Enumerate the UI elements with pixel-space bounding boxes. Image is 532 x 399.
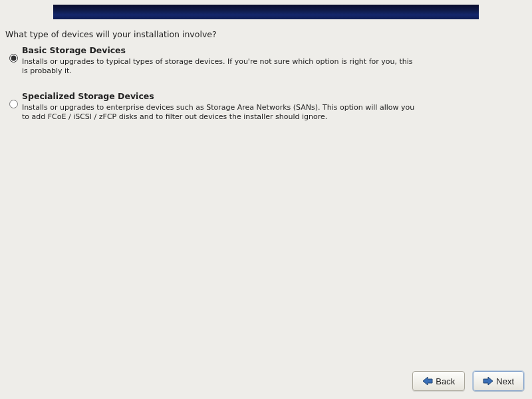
next-button-label: Next (496, 376, 514, 386)
header-banner (53, 5, 479, 19)
back-button[interactable]: Back (412, 371, 465, 391)
option-basic-storage[interactable]: Basic Storage Devices Installs or upgrad… (9, 45, 435, 76)
storage-options-group: Basic Storage Devices Installs or upgrad… (9, 45, 435, 136)
option-title: Basic Storage Devices (22, 45, 435, 55)
arrow-right-icon (483, 376, 493, 386)
footer-buttons: Back Next (412, 371, 524, 391)
arrow-left-icon (422, 376, 433, 386)
back-button-label: Back (436, 376, 455, 386)
option-description: Installs or upgrades to typical types of… (22, 57, 418, 76)
svg-marker-1 (483, 377, 493, 385)
next-button[interactable]: Next (473, 371, 524, 391)
option-description: Installs or upgrades to enterprise devic… (22, 103, 418, 122)
question-text: What type of devices will your installat… (5, 29, 217, 39)
radio-basic-storage[interactable] (9, 54, 18, 63)
svg-marker-0 (423, 377, 432, 385)
radio-specialized-storage[interactable] (9, 100, 18, 108)
option-specialized-storage[interactable]: Specialized Storage Devices Installs or … (9, 91, 435, 122)
option-title: Specialized Storage Devices (22, 91, 435, 101)
